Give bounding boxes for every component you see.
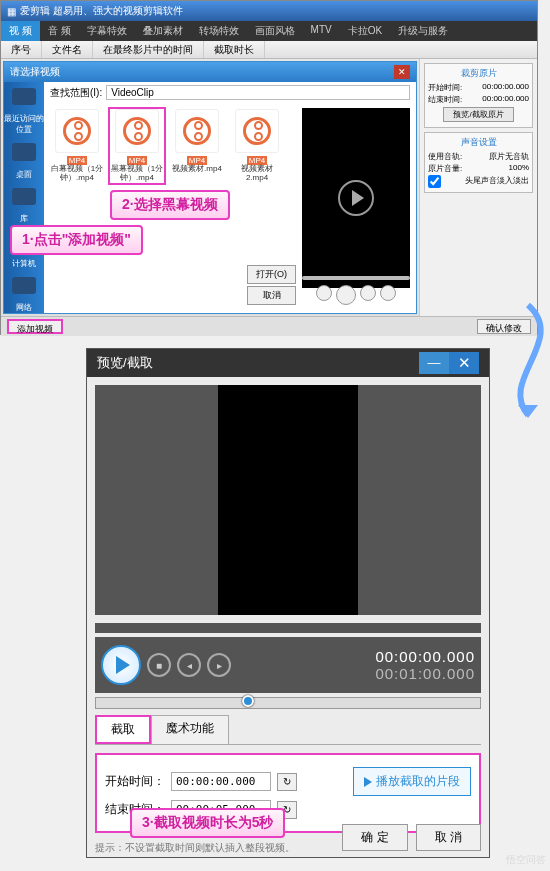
desktop-label: 桌面 <box>16 169 32 180</box>
tab-upgrade[interactable]: 升级与服务 <box>390 21 456 41</box>
preview-pane <box>302 108 410 288</box>
useaudio-select[interactable]: 原片无音轨 <box>489 151 529 162</box>
network-icon[interactable] <box>12 277 36 294</box>
cancel-button[interactable]: 取消 <box>247 286 296 305</box>
places-rail: 最近访问的位置 桌面 库 计算机 网络 <box>4 82 44 313</box>
network-label: 网络 <box>16 302 32 313</box>
playback-controls: ■ ◂ ▸ 00:00:00.000 00:01:00.000 <box>95 637 481 693</box>
play-segment-label: 播放截取的片段 <box>376 773 460 790</box>
flow-arrow-icon <box>508 300 548 420</box>
column-headers: 序号 文件名 在最终影片中的时间 截取时长 <box>1 41 537 59</box>
preview-dialog: 预览/截取 — ✕ ■ ◂ ▸ 00:00:00.000 00:01:00.00… <box>86 348 490 858</box>
menubar: 视 频 音 频 字幕特效 叠加素材 转场特效 画面风格 MTV 卡拉OK 升级与… <box>1 21 537 41</box>
computer-label: 计算机 <box>12 258 36 269</box>
thumb-name: 黑幕视频（1分钟）.mp4 <box>110 165 164 183</box>
tab-video[interactable]: 视 频 <box>1 21 40 41</box>
trim-title: 裁剪原片 <box>428 67 529 80</box>
thumb-name: 视频素材.mp4 <box>170 165 224 174</box>
file-picker-title: 请选择视频 <box>10 65 60 79</box>
slider-knob[interactable] <box>242 695 254 707</box>
timecode-current: 00:00:00.000 <box>375 648 475 665</box>
path-field[interactable]: VideoClip <box>106 85 410 100</box>
thumb-item-selected[interactable]: MP4 黑幕视频（1分钟）.mp4 <box>110 109 164 183</box>
close-icon[interactable]: ✕ <box>449 352 479 374</box>
col-time: 在最终影片中的时间 <box>93 41 204 58</box>
annotation-3: 3·截取视频时长为5秒 <box>130 808 285 838</box>
reel-icon <box>63 117 91 145</box>
main-window: ▦ 爱剪辑 超易用、强大的视频剪辑软件 视 频 音 频 字幕特效 叠加素材 转场… <box>0 0 538 335</box>
next-icon[interactable] <box>360 285 376 301</box>
next-frame-icon[interactable]: ▸ <box>207 653 231 677</box>
ok-button[interactable]: 确 定 <box>342 824 407 851</box>
play-button[interactable] <box>101 645 141 685</box>
tab-karaoke[interactable]: 卡拉OK <box>340 21 390 41</box>
play-button[interactable] <box>336 285 356 305</box>
thumb-item[interactable]: MP4 白幕视频（1分钟）.mp4 <box>50 109 104 183</box>
start-time-input[interactable] <box>171 772 271 791</box>
start-value[interactable]: 00:00:00.000 <box>482 82 529 93</box>
stop-icon[interactable]: ■ <box>147 653 171 677</box>
col-filename: 文件名 <box>42 41 93 58</box>
video-preview <box>95 385 481 615</box>
play-icon[interactable] <box>338 180 374 216</box>
end-value[interactable]: 00:00:00.000 <box>482 94 529 105</box>
trim-button[interactable]: 预览/截取原片 <box>443 107 514 122</box>
right-settings: 裁剪原片 开始时间:00:00:00.000 结束时间:00:00:00.000… <box>419 59 537 316</box>
recent-label: 最近访问的位置 <box>4 113 44 135</box>
preview-controls <box>302 285 410 305</box>
tab-style[interactable]: 画面风格 <box>247 21 303 41</box>
reel-icon <box>123 117 151 145</box>
start-label: 开始时间： <box>105 773 165 790</box>
start-label: 开始时间: <box>428 82 462 93</box>
watermark: 悟空问答 <box>506 853 546 867</box>
dialog-title: 预览/截取 <box>97 354 153 372</box>
annotation-2: 2·选择黑幕视频 <box>110 190 230 220</box>
col-duration: 截取时长 <box>204 41 265 58</box>
tab-transition[interactable]: 转场特效 <box>191 21 247 41</box>
useaudio-label: 使用音轨: <box>428 151 462 162</box>
volume-icon[interactable] <box>380 285 396 301</box>
library-icon[interactable] <box>12 188 36 205</box>
vol-value: 100% <box>509 163 529 174</box>
desktop-icon[interactable] <box>12 143 36 160</box>
vol-label: 原片音量: <box>428 163 462 174</box>
tab-subtitle[interactable]: 字幕特效 <box>79 21 135 41</box>
tab-mtv[interactable]: MTV <box>303 21 340 41</box>
app-title: 爱剪辑 超易用、强大的视频剪辑软件 <box>20 4 183 18</box>
tab-overlay[interactable]: 叠加素材 <box>135 21 191 41</box>
thumb-item[interactable]: MP4 视频素材.mp4 <box>170 109 224 183</box>
minimize-icon[interactable]: — <box>419 352 449 374</box>
path-label: 查找范围(I): <box>50 86 102 100</box>
trim-slider[interactable] <box>95 697 481 709</box>
seek-bar[interactable] <box>95 623 481 633</box>
app-icon: ▦ <box>7 6 16 17</box>
reel-icon <box>183 117 211 145</box>
pick-start-icon[interactable]: ↻ <box>277 773 297 791</box>
seek-slider[interactable] <box>302 271 410 285</box>
thumb-item[interactable]: MP4 视频素材2.mp4 <box>230 109 284 183</box>
add-video-button[interactable]: 添加视频 <box>7 319 63 334</box>
recent-icon[interactable] <box>12 88 36 105</box>
file-picker: 请选择视频 ✕ 最近访问的位置 桌面 库 计算机 网络 <box>3 61 417 314</box>
library-label: 库 <box>20 213 28 224</box>
tab-trim[interactable]: 截取 <box>95 715 151 744</box>
audio-title: 声音设置 <box>428 136 529 149</box>
tab-magic[interactable]: 魔术功能 <box>151 715 229 744</box>
annotation-1: 1·点击"添加视频" <box>10 225 143 255</box>
fade-checkbox[interactable] <box>428 175 441 188</box>
prev-frame-icon[interactable]: ◂ <box>177 653 201 677</box>
timecode-total: 00:01:00.000 <box>375 665 475 682</box>
thumb-name: 视频素材2.mp4 <box>230 165 284 183</box>
reel-icon <box>243 117 271 145</box>
fade-label: 头尾声音淡入淡出 <box>465 175 529 188</box>
tab-audio[interactable]: 音 频 <box>40 21 79 41</box>
play-segment-button[interactable]: 播放截取的片段 <box>353 767 471 796</box>
prev-icon[interactable] <box>316 285 332 301</box>
close-icon[interactable]: ✕ <box>394 65 410 79</box>
titlebar: ▦ 爱剪辑 超易用、强大的视频剪辑软件 <box>1 1 537 21</box>
open-button[interactable]: 打开(O) <box>247 265 296 284</box>
thumb-name: 白幕视频（1分钟）.mp4 <box>50 165 104 183</box>
end-label: 结束时间: <box>428 94 462 105</box>
col-index: 序号 <box>1 41 42 58</box>
cancel-button[interactable]: 取 消 <box>416 824 481 851</box>
